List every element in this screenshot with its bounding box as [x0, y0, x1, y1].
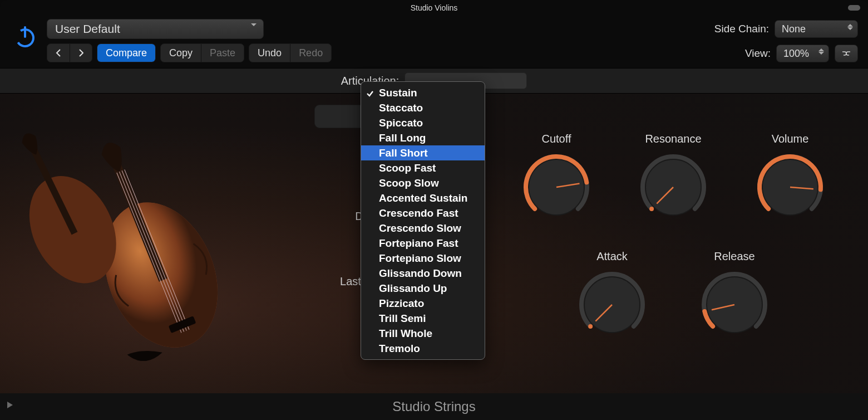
release-label: Release: [714, 250, 754, 263]
menu-item-label: Scoop Fast: [379, 162, 436, 174]
menu-item[interactable]: Crescendo Fast: [361, 206, 485, 221]
compare-button[interactable]: Compare: [97, 44, 155, 62]
preset-dropdown[interactable]: User Default: [47, 19, 264, 39]
menu-item-label: Staccato: [379, 102, 423, 114]
menu-item[interactable]: Fortepiano Slow: [361, 251, 485, 266]
menu-item[interactable]: Tremolo: [361, 341, 485, 356]
disclosure-triangle-icon[interactable]: [7, 397, 13, 412]
menu-item[interactable]: Fall Short: [361, 145, 485, 160]
footer-label: Studio Strings: [392, 399, 475, 414]
menu-item-label: Spiccato: [379, 117, 423, 129]
link-button[interactable]: [835, 45, 858, 62]
volume-knob[interactable]: [754, 151, 826, 223]
check-icon: [366, 88, 374, 100]
cutoff-knob[interactable]: [520, 151, 593, 223]
menu-item-label: Scoop Slow: [379, 177, 439, 189]
menu-item[interactable]: Staccato: [361, 100, 485, 115]
next-button[interactable]: [70, 44, 92, 62]
window-pill-icon: [848, 5, 860, 11]
power-icon: [12, 24, 38, 50]
cutoff-label: Cutoff: [542, 133, 571, 145]
chevron-right-icon: [78, 49, 83, 57]
sidechain-value: None: [782, 23, 806, 35]
sidechain-dropdown[interactable]: None: [775, 20, 858, 38]
menu-item-label: Tremolo: [379, 343, 420, 355]
power-button[interactable]: [10, 19, 40, 55]
resonance-label: Resonance: [645, 133, 701, 145]
menu-item-label: Fortepiano Fast: [379, 237, 458, 250]
menu-item[interactable]: Spiccato: [361, 115, 485, 130]
sidechain-label: Side Chain:: [714, 23, 769, 35]
menu-item-label: Fall Long: [379, 132, 426, 144]
menu-item[interactable]: Glissando Up: [361, 281, 485, 296]
menu-item-label: Pizzicato: [379, 297, 424, 310]
menu-item[interactable]: Scoop Slow: [361, 175, 485, 191]
copy-button[interactable]: Copy: [161, 44, 201, 62]
menu-item-label: Glissando Up: [379, 282, 447, 295]
menu-item-label: Trill Semi: [379, 312, 426, 325]
articulation-menu[interactable]: SustainStaccatoSpiccatoFall LongFall Sho…: [361, 81, 485, 360]
menu-item[interactable]: Accented Sustain: [361, 191, 485, 206]
menu-item-label: Accented Sustain: [379, 192, 467, 204]
menu-item-label: Glissando Down: [379, 267, 462, 280]
menu-item[interactable]: Glissando Down: [361, 266, 485, 281]
view-value: 100%: [783, 48, 809, 60]
attack-label: Attack: [596, 250, 628, 263]
instrument-image: [19, 127, 248, 361]
menu-item-label: Fall Short: [379, 147, 428, 159]
menu-item-label: Sustain: [379, 87, 417, 99]
menu-item-label: Fortepiano Slow: [379, 252, 461, 265]
updown-icon: [847, 24, 853, 30]
view-dropdown[interactable]: 100%: [776, 45, 829, 62]
menu-item[interactable]: Trill Semi: [361, 311, 485, 326]
preset-label: User Default: [55, 22, 120, 36]
menu-item[interactable]: Pizzicato: [361, 296, 485, 311]
menu-item[interactable]: Crescendo Slow: [361, 221, 485, 236]
release-knob[interactable]: [698, 268, 771, 341]
menu-item[interactable]: Trill Whole: [361, 326, 485, 341]
updown-icon: [818, 48, 824, 55]
chevron-down-icon: [251, 26, 257, 40]
menu-item-label: Crescendo Slow: [379, 222, 461, 235]
redo-button[interactable]: Redo: [290, 44, 331, 62]
menu-item[interactable]: Scoop Fast: [361, 160, 485, 175]
window-title: Studio Violins: [411, 3, 458, 12]
menu-item-label: Crescendo Fast: [379, 207, 458, 219]
menu-item[interactable]: Fortepiano Fast: [361, 236, 485, 251]
undo-button[interactable]: Undo: [249, 44, 290, 62]
attack-knob[interactable]: [576, 268, 648, 341]
paste-button[interactable]: Paste: [201, 44, 244, 62]
prev-button[interactable]: [47, 44, 70, 62]
menu-item-label: Trill Whole: [379, 328, 432, 340]
link-icon: [840, 50, 852, 57]
volume-label: Volume: [772, 133, 809, 145]
menu-item[interactable]: Fall Long: [361, 130, 485, 145]
resonance-knob[interactable]: [637, 151, 709, 223]
menu-item[interactable]: Sustain: [361, 85, 485, 100]
view-label: View:: [745, 47, 771, 60]
chevron-left-icon: [56, 49, 61, 57]
